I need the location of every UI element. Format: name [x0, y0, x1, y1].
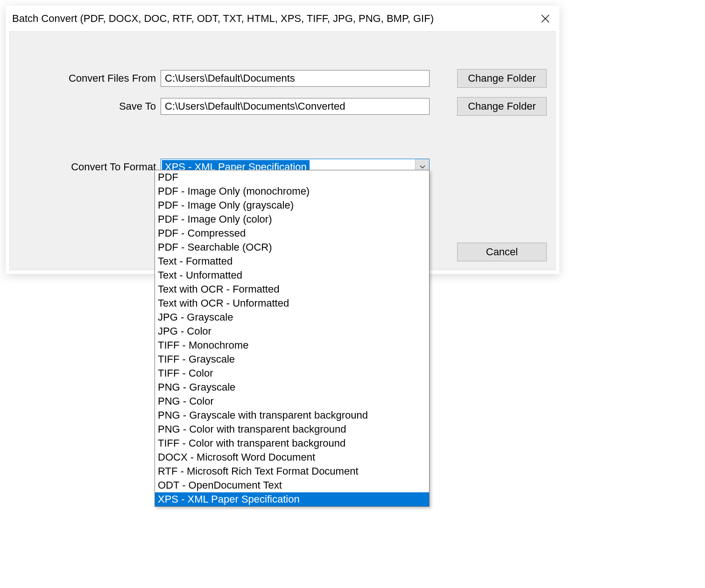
dropdown-option[interactable]: Text - Formatted	[155, 254, 429, 268]
format-dropdown-list[interactable]: PDFPDF - Image Only (monochrome)PDF - Im…	[155, 170, 430, 507]
row-save-to: Save To Change Folder	[10, 98, 555, 115]
label-convert-format: Convert To Format	[10, 161, 161, 173]
dropdown-option[interactable]: PDF - Compressed	[155, 226, 429, 240]
dropdown-option[interactable]: PDF - Searchable (OCR)	[155, 240, 429, 254]
dropdown-option[interactable]: PNG - Grayscale	[155, 380, 429, 394]
dropdown-option[interactable]: PDF - Image Only (monochrome)	[155, 184, 429, 198]
close-icon[interactable]	[538, 11, 553, 26]
dropdown-option[interactable]: PNG - Grayscale with transparent backgro…	[155, 408, 429, 422]
dropdown-option[interactable]: PNG - Color with transparent background	[155, 422, 429, 436]
dropdown-option[interactable]: RTF - Microsoft Rich Text Format Documen…	[155, 464, 429, 478]
dropdown-option[interactable]: PDF - Image Only (grayscale)	[155, 198, 429, 212]
cancel-button[interactable]: Cancel	[457, 243, 547, 261]
dropdown-option[interactable]: TIFF - Monochrome	[155, 338, 429, 352]
label-save-to: Save To	[10, 100, 161, 112]
row-convert-from: Convert Files From Change Folder	[10, 70, 555, 87]
change-folder-to-button[interactable]: Change Folder	[457, 97, 547, 116]
convert-from-input[interactable]	[161, 70, 430, 87]
save-to-input[interactable]	[161, 98, 430, 115]
dropdown-option[interactable]: Text with OCR - Unformatted	[155, 296, 429, 310]
dialog-title: Batch Convert (PDF, DOCX, DOC, RTF, ODT,…	[12, 13, 434, 25]
dropdown-option[interactable]: PNG - Color	[155, 394, 429, 408]
dropdown-option[interactable]: JPG - Grayscale	[155, 310, 429, 324]
dropdown-option[interactable]: ODT - OpenDocument Text	[155, 478, 429, 492]
label-convert-from: Convert Files From	[10, 72, 161, 84]
dropdown-option[interactable]: TIFF - Grayscale	[155, 352, 429, 366]
change-folder-from-button[interactable]: Change Folder	[457, 69, 547, 88]
dropdown-option[interactable]: JPG - Color	[155, 324, 429, 338]
dropdown-option[interactable]: PDF - Image Only (color)	[155, 212, 429, 226]
dropdown-option[interactable]: Text with OCR - Formatted	[155, 282, 429, 296]
dropdown-option[interactable]: Text - Unformatted	[155, 268, 429, 282]
dropdown-option[interactable]: DOCX - Microsoft Word Document	[155, 450, 429, 464]
dropdown-option[interactable]: TIFF - Color with transparent background	[155, 436, 429, 450]
dropdown-option[interactable]: XPS - XML Paper Specification	[155, 492, 429, 506]
title-bar: Batch Convert (PDF, DOCX, DOC, RTF, ODT,…	[6, 6, 559, 31]
dropdown-option[interactable]: PDF	[155, 170, 429, 184]
dropdown-option[interactable]: TIFF - Color	[155, 366, 429, 380]
